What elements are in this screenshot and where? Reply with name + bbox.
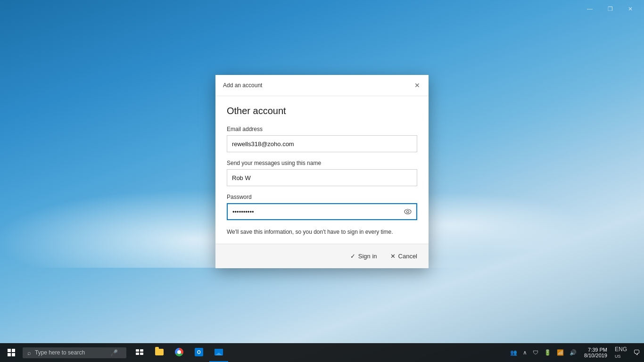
taskbar-right: 👥 ∧ 🛡 🔋 📶 🔊 7:39 PM 8/10/2019 ENG US 🗨 xyxy=(508,343,644,362)
notification-icon: 🗨 xyxy=(633,349,640,356)
battery-icon[interactable]: 🔋 xyxy=(542,349,553,356)
sign-in-button[interactable]: ✓ Sign in xyxy=(347,250,381,263)
mail-icon xyxy=(215,349,223,355)
dialog-close-button[interactable]: ✕ xyxy=(412,80,423,91)
windows-logo-icon xyxy=(8,349,15,356)
people-icon[interactable]: 👥 xyxy=(508,349,519,356)
name-input[interactable] xyxy=(227,169,417,186)
desktop: — ❐ ✕ Add an account ✕ Other account Ema… xyxy=(0,0,644,362)
maximize-button[interactable]: ❐ xyxy=(604,4,617,14)
task-view-icon xyxy=(136,349,143,355)
microphone-icon: 🎤 xyxy=(110,349,118,356)
taskbar-app-mail[interactable] xyxy=(209,343,228,362)
taskbar: ⌕ Type here to search 🎤 xyxy=(0,343,644,362)
clock-date: 8/10/2019 xyxy=(584,353,607,358)
folder-icon xyxy=(155,349,164,355)
svg-point-0 xyxy=(405,209,411,214)
eye-icon xyxy=(404,208,412,215)
taskbar-search-placeholder: Type here to search xyxy=(35,349,85,356)
taskbar-app-taskview[interactable] xyxy=(130,343,149,362)
name-group: Send your messages using this name xyxy=(227,160,417,186)
cancel-icon: ✕ xyxy=(390,253,396,260)
clock-time: 7:39 PM xyxy=(588,347,607,353)
dialog-titlebar: Add an account ✕ xyxy=(215,75,429,96)
language-indicator: ENG US xyxy=(613,346,629,359)
svg-point-1 xyxy=(407,211,409,213)
add-account-dialog: Add an account ✕ Other account Email add… xyxy=(215,75,429,268)
email-input[interactable] xyxy=(227,135,417,152)
network-icon[interactable]: 📶 xyxy=(555,349,566,356)
antivirus-icon[interactable]: 🛡 xyxy=(531,349,540,356)
minimize-button[interactable]: — xyxy=(583,4,596,14)
taskbar-app-chrome[interactable] xyxy=(170,343,189,362)
volume-icon[interactable]: 🔊 xyxy=(568,349,578,356)
notification-button[interactable]: 🗨 xyxy=(631,343,642,362)
taskbar-clock[interactable]: 7:39 PM 8/10/2019 xyxy=(580,347,611,358)
start-button[interactable] xyxy=(0,343,23,362)
name-label: Send your messages using this name xyxy=(227,160,417,166)
taskbar-apps: O xyxy=(130,343,228,362)
password-group: Password xyxy=(227,194,417,220)
dialog-footer: ✓ Sign in ✕ Cancel xyxy=(215,244,429,268)
window-controls-overlay: — ❐ ✕ xyxy=(583,4,636,14)
close-window-button[interactable]: ✕ xyxy=(624,4,636,14)
sign-in-label: Sign in xyxy=(358,253,377,260)
taskbar-app-outlook[interactable]: O xyxy=(190,343,208,362)
email-label: Email address xyxy=(227,126,417,132)
cancel-label: Cancel xyxy=(398,253,417,260)
dialog-overlay: Add an account ✕ Other account Email add… xyxy=(0,0,644,343)
dialog-body: Other account Email address Send your me… xyxy=(215,96,429,244)
search-icon: ⌕ xyxy=(27,349,31,356)
save-info-text: We'll save this information, so you don'… xyxy=(227,228,417,236)
outlook-icon: O xyxy=(195,348,203,356)
chrome-icon xyxy=(175,348,183,356)
password-label: Password xyxy=(227,194,417,200)
email-group: Email address xyxy=(227,126,417,152)
taskbar-search[interactable]: ⌕ Type here to search 🎤 xyxy=(23,347,126,358)
sign-in-icon: ✓ xyxy=(350,253,355,260)
taskbar-app-explorer[interactable] xyxy=(150,343,169,362)
password-input[interactable] xyxy=(227,203,417,220)
cancel-button[interactable]: ✕ Cancel xyxy=(387,250,421,263)
chevron-icon[interactable]: ∧ xyxy=(521,349,529,356)
password-wrapper xyxy=(227,203,417,220)
dialog-title: Add an account xyxy=(223,82,262,89)
dialog-heading: Other account xyxy=(227,106,417,116)
password-toggle-button[interactable] xyxy=(402,206,413,217)
